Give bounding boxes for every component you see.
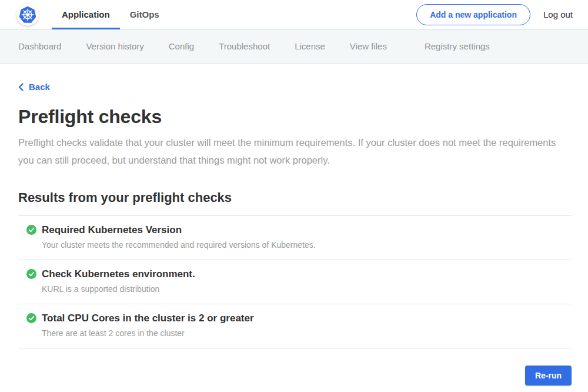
tab-gitops[interactable]: GitOps [120,0,169,29]
check-passed-icon [26,225,36,235]
check-detail: There are at least 2 cores in the cluste… [42,328,572,338]
back-link-label: Back [29,82,50,92]
subnav-item-config[interactable]: Config [156,37,206,55]
navbar-left: Application GitOps [0,0,169,29]
tab-gitops-label: GitOps [130,9,159,19]
kubernetes-logo [16,4,39,26]
check-detail: Your cluster meets the recommended and r… [42,240,572,250]
logout-link[interactable]: Log out [543,9,573,19]
check-result-row: Total CPU Cores in the cluster is 2 or g… [18,304,572,348]
navbar-right: Add a new application Log out [416,0,588,29]
page-description: Preflight checks validate that your clus… [18,134,572,169]
kubernetes-logo-icon [18,5,38,25]
subnav-item-version-history[interactable]: Version history [74,37,156,55]
check-detail: KURL is a supported distribution [42,284,572,294]
check-passed-icon [26,269,36,279]
check-title: Total CPU Cores in the cluster is 2 or g… [42,313,572,324]
chevron-left-icon [18,83,24,91]
top-navbar: Application GitOps Add a new application… [0,0,588,29]
tab-application[interactable]: Application [52,0,120,29]
results-heading: Results from your preflight checks [18,190,572,205]
logo-wrap[interactable] [0,0,52,29]
preflight-page: Back Preflight checks Preflight checks v… [0,64,588,386]
tab-application-label: Application [62,9,110,19]
add-new-application-button[interactable]: Add a new application [416,4,530,25]
subnav-item-view-files[interactable]: View files [338,37,399,55]
subnav-item-dashboard[interactable]: Dashboard [6,37,74,55]
preflight-results-list: Required Kubernetes Version Your cluster… [18,215,572,348]
app-subnav: Dashboard Version history Config Trouble… [0,29,588,64]
page-title: Preflight checks [18,106,572,128]
rerun-button[interactable]: Re-run [525,366,572,386]
subnav-item-registry-settings[interactable]: Registry settings [399,37,502,55]
check-result-row: Check Kubernetes environment. KURL is a … [18,260,572,304]
page-actions: Re-run [18,366,572,386]
subnav-item-license[interactable]: License [282,37,338,55]
back-link[interactable]: Back [18,82,50,92]
check-result-row: Required Kubernetes Version Your cluster… [18,215,572,260]
check-title: Check Kubernetes environment. [42,268,572,280]
check-title: Required Kubernetes Version [42,224,572,236]
check-passed-icon [26,313,36,323]
primary-nav-tabs: Application GitOps [52,0,169,29]
subnav-item-troubleshoot[interactable]: Troubleshoot [206,37,282,55]
